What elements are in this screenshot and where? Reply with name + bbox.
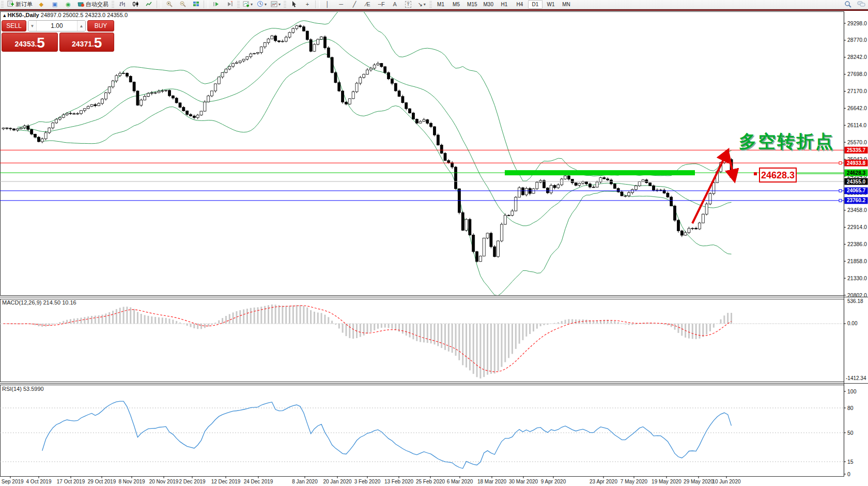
svg-text:25335.7: 25335.7 [847,147,866,153]
collapse-icon[interactable]: ▴ [3,12,6,18]
search-icon [844,1,851,9]
timeframe-button-mn[interactable]: MN [559,0,574,9]
auto-trading-button[interactable]: 自动交易 [75,0,110,9]
tile-windows-button[interactable] [190,0,202,9]
svg-text:0: 0 [847,471,850,477]
svg-text:27170.0: 27170.0 [847,88,867,94]
zoom-out-button[interactable] [176,0,189,9]
search-button[interactable] [842,0,854,9]
templates-button[interactable]: ▾ [269,0,282,9]
auto-trading-icon [77,1,84,8]
timeframe-button-m15[interactable]: M15 [464,0,479,9]
timeframe-button-m5[interactable]: M5 [449,0,463,9]
horizontal-line-button[interactable]: ─ [335,0,347,9]
auto-scroll-icon [213,1,220,8]
svg-text:24065.7: 24065.7 [847,188,866,193]
svg-text:3 Sep 2019: 3 Sep 2019 [0,479,24,484]
toolbar-grip [237,1,240,8]
volume-increase-button[interactable]: ▲ [77,21,85,31]
crosshair-button[interactable]: + [301,0,314,9]
chart-shift-button[interactable] [223,0,236,9]
text-label-button[interactable]: T [402,0,414,9]
text-button[interactable]: A [389,0,401,9]
svg-text:18 Mar 2020: 18 Mar 2020 [477,479,507,484]
svg-text:24355.0: 24355.0 [847,179,866,185]
support-zone-band[interactable] [505,170,695,175]
signals-button[interactable]: ◉ [62,0,74,9]
chevron-down-icon[interactable]: ▾ [251,2,253,7]
svg-text:20802.0: 20802.0 [847,292,867,298]
buy-button[interactable]: BUY [87,20,114,32]
cursor-button[interactable] [288,0,300,9]
signals-icon: ◉ [66,2,71,7]
svg-text:20 Jan 2020: 20 Jan 2020 [323,479,351,484]
svg-text:6 Mar 2020: 6 Mar 2020 [447,479,473,484]
chat-button[interactable] [855,0,867,9]
indicators-button[interactable]: ▾ [241,0,254,9]
buy-price-big: 5 [94,36,102,50]
periods-button[interactable]: ▾ [255,0,268,9]
toolbar-grip [429,1,432,8]
svg-text:9 Apr 2020: 9 Apr 2020 [541,479,566,484]
timeframe-button-m30[interactable]: M30 [481,0,496,9]
svg-text:29298.0: 29298.0 [847,20,867,26]
sell-price[interactable]: 24353.5 [2,33,58,52]
timeframe-button-h1[interactable]: H1 [497,0,512,9]
svg-text:15: 15 [847,459,854,465]
chevron-down-icon[interactable]: ▾ [424,2,426,7]
text-label-icon: T [405,1,411,8]
turning-point-annotation[interactable]: 多空转折点 [739,130,834,154]
channel-button[interactable]: ∕E [362,0,374,9]
trendline-button[interactable]: ╱ [348,0,361,9]
macd-histogram [0,305,844,378]
indicators-icon [243,1,250,8]
svg-text:27698.0: 27698.0 [847,71,867,77]
vertical-line-button[interactable]: │ [321,0,334,9]
timeframe-button-h4[interactable]: H4 [513,0,527,9]
svg-text:25570.0: 25570.0 [847,139,867,145]
svg-text:20 Nov 2019: 20 Nov 2019 [149,479,179,484]
svg-text:29 Oct 2019: 29 Oct 2019 [88,479,116,484]
line-chart-icon [146,1,152,8]
volume-stepper[interactable]: ▼ 1.00 ▲ [28,20,86,32]
timeframe-button-w1[interactable]: W1 [544,0,558,9]
level-price-box[interactable]: 24628.3 [754,168,844,182]
volume-decrease-button[interactable]: ▼ [28,21,37,31]
toolbar: 新订单◆▣◉自动交易▾▾▾+│─╱∕E┄FAT↘▾M1M5M15M30H1H4D… [0,0,868,9]
toolbar-grip [1,1,4,8]
timeframe-button-d1[interactable]: D1 [528,0,542,9]
symbol-period-label: HK50-,Daily [8,12,39,18]
volume-value[interactable]: 1.00 [37,21,77,31]
svg-text:23 Apr 2020: 23 Apr 2020 [590,479,617,484]
auto-scroll-button[interactable] [210,0,222,9]
chevron-down-icon[interactable]: ▾ [278,2,281,7]
zoom-in-button[interactable] [163,0,175,9]
svg-text:28770.0: 28770.0 [847,37,867,43]
chart-shift-icon [226,1,233,8]
fibonacci-icon: ┄F [378,2,384,7]
candlestick-chart-button[interactable] [129,0,142,9]
timeframe-button-m1[interactable]: M1 [433,0,448,9]
horizontal-line-icon: ─ [339,2,343,7]
svg-text:22386.0: 22386.0 [847,241,867,247]
bar-chart-button[interactable] [116,0,128,9]
strategy-tester-button[interactable]: ▣ [49,0,61,9]
sell-button[interactable]: SELL [2,20,26,32]
svg-text:25 Feb 2020: 25 Feb 2020 [416,479,445,484]
new-order-button[interactable]: 新订单 [5,0,34,9]
svg-text:17 Oct 2019: 17 Oct 2019 [57,479,85,484]
svg-text:30 Mar 2020: 30 Mar 2020 [509,479,538,484]
svg-text:50: 50 [847,430,854,436]
svg-text:23458.0: 23458.0 [847,207,867,213]
svg-text:2 Dec 2019: 2 Dec 2019 [179,479,206,484]
chevron-down-icon[interactable]: ▾ [265,2,267,7]
buy-price[interactable]: 24371.5 [59,33,114,52]
svg-text:100: 100 [847,388,857,394]
metaeditor-button[interactable]: ◆ [35,0,48,9]
arrows-button[interactable]: ↘▾ [415,0,428,9]
buy-price-main: 24371. [72,38,94,50]
line-chart-button[interactable] [143,0,155,9]
svg-text:26114.0: 26114.0 [847,122,866,128]
fibonacci-button[interactable]: ┄F [375,0,388,9]
zoom-in-icon [166,1,173,8]
